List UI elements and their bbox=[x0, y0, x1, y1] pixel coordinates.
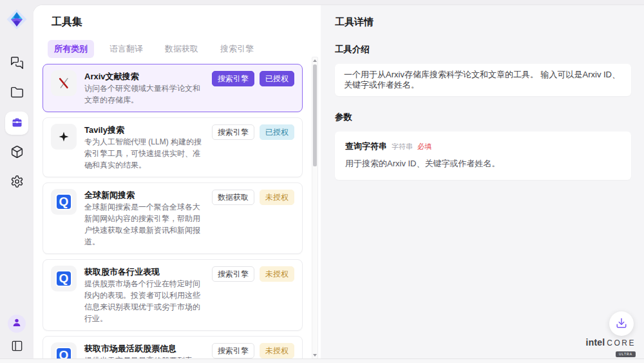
param-name: 查询字符串 bbox=[345, 141, 387, 152]
sidebar-bottom bbox=[8, 315, 26, 355]
toolbox-icon bbox=[10, 115, 24, 131]
tool-description: 提供股票市场各个行业在特定时间段内的表现。投资者可以利用这些信息来识别表现优于或… bbox=[84, 278, 204, 324]
auth-status-badge: 未授权 bbox=[260, 190, 294, 205]
tool-body: Arxiv文献搜索 访问各个研究领域大量科学论文和文章的存储库。 bbox=[84, 70, 204, 106]
intro-heading: 工具介绍 bbox=[335, 44, 631, 55]
tool-list-panel: 工具集 所有类别 语言翻译 数据获取 搜索引擎 Arxiv文献搜索 访问各个研究… bbox=[33, 5, 321, 363]
tool-card[interactable]: Arxiv文献搜索 访问各个研究领域大量科学论文和文章的存储库。 搜索引擎 已授… bbox=[43, 64, 303, 112]
sidebar bbox=[0, 0, 33, 363]
tool-description: 全球新闻搜索是一个聚合全球各大新闻网站内容的搜索引擎，帮助用户快速获取全球最新资… bbox=[84, 201, 204, 248]
intro-card: 一个用于从Arxiv存储库搜索科学论文和文章的工具。 输入可以是Arxiv ID… bbox=[335, 64, 631, 96]
chat-icon bbox=[10, 56, 24, 72]
param-required-badge: 必填 bbox=[417, 142, 431, 152]
sidebar-item-settings[interactable] bbox=[5, 171, 28, 194]
category-badge: 搜索引擎 bbox=[212, 343, 254, 358]
tab-search-engine[interactable]: 搜索引擎 bbox=[214, 40, 260, 58]
category-badge: 搜索引擎 bbox=[212, 71, 254, 86]
intel-core-logo: intel CORE ULTRA bbox=[586, 338, 636, 357]
arxiv-icon bbox=[51, 70, 77, 96]
tool-card[interactable]: Tavily搜索 专为人工智能代理 (LLM) 构建的搜索引擎工具，可快速提供实… bbox=[43, 117, 303, 177]
tool-body: 获取股市各行业表现 提供股票市场各个行业在特定时间段内的表现。投资者可以利用这些… bbox=[84, 266, 204, 324]
tab-all-categories[interactable]: 所有类别 bbox=[48, 40, 94, 58]
category-badge: 搜索引擎 bbox=[212, 266, 254, 282]
tool-badges: 搜索引擎 已授权 bbox=[212, 70, 294, 106]
tool-list: Arxiv文献搜索 访问各个研究领域大量科学论文和文章的存储库。 搜索引擎 已授… bbox=[43, 64, 303, 363]
q-search-icon: Q bbox=[55, 270, 72, 287]
auth-status-badge: 未授权 bbox=[260, 266, 294, 282]
q-search-icon: Q bbox=[51, 189, 77, 215]
settings-icon bbox=[10, 175, 24, 190]
tool-description: 访问各个研究领域大量科学论文和文章的存储库。 bbox=[84, 83, 204, 106]
folder-icon bbox=[10, 86, 24, 101]
scrollbar-down-arrow-icon[interactable] bbox=[312, 352, 317, 358]
tool-badges: 搜索引擎 已授权 bbox=[212, 124, 294, 171]
download-icon bbox=[616, 317, 627, 331]
app-shell: 工具集 所有类别 语言翻译 数据获取 搜索引擎 Arxiv文献搜索 访问各个研究… bbox=[33, 5, 644, 363]
intro-text: 一个用于从Arxiv存储库搜索科学论文和文章的工具。 输入可以是Arxiv ID… bbox=[344, 70, 620, 90]
page-title: 工具集 bbox=[52, 15, 321, 29]
param-head: 查询字符串 字符串 必填 bbox=[345, 141, 621, 152]
tool-badges: 数据获取 未授权 bbox=[212, 189, 294, 248]
sidebar-item-packages[interactable] bbox=[5, 141, 28, 164]
tool-name: Arxiv文献搜索 bbox=[84, 70, 204, 83]
tool-badges: 搜索引擎 未授权 bbox=[212, 266, 294, 324]
window-bottom-edge bbox=[0, 358, 644, 363]
tool-card[interactable]: Q 全球新闻搜索 全球新闻搜索是一个聚合全球各大新闻网站内容的搜索引擎，帮助用户… bbox=[43, 182, 303, 254]
tool-card[interactable]: Q 获取股市各行业表现 提供股票市场各个行业在特定时间段内的表现。投资者可以利用… bbox=[43, 259, 303, 331]
core-wordmark: CORE bbox=[607, 339, 636, 347]
category-tabs: 所有类别 语言翻译 数据获取 搜索引擎 bbox=[48, 40, 321, 58]
download-button[interactable] bbox=[609, 311, 634, 336]
tool-body: 全球新闻搜索 全球新闻搜索是一个聚合全球各大新闻网站内容的搜索引擎，帮助用户快速… bbox=[84, 189, 204, 248]
sidebar-item-chat[interactable] bbox=[5, 52, 28, 75]
tool-name: Tavily搜索 bbox=[84, 124, 204, 136]
package-icon bbox=[10, 145, 24, 161]
param-card: 查询字符串 字符串 必填 用于搜索的Arxiv ID、关键字或作者姓名。 bbox=[335, 132, 631, 180]
app-logo-icon bbox=[5, 7, 29, 32]
sidebar-item-files[interactable] bbox=[5, 82, 28, 105]
tavily-star-icon bbox=[51, 124, 77, 150]
q-search-icon: Q bbox=[51, 266, 77, 291]
tab-language-translation[interactable]: 语言翻译 bbox=[103, 40, 149, 58]
q-search-icon: Q bbox=[55, 193, 72, 210]
sidebar-item-tools[interactable] bbox=[5, 112, 28, 135]
tool-body: Tavily搜索 专为人工智能代理 (LLM) 构建的搜索引擎工具，可快速提供实… bbox=[84, 124, 204, 171]
params-heading: 参数 bbox=[335, 112, 631, 123]
category-badge: 数据获取 bbox=[212, 190, 254, 205]
user-avatar[interactable] bbox=[8, 315, 26, 333]
ultra-badge: ULTRA bbox=[616, 351, 636, 357]
intel-wordmark: intel bbox=[586, 338, 605, 347]
panel-toggle-icon bbox=[11, 340, 23, 354]
scrollbar-thumb[interactable] bbox=[313, 64, 317, 166]
scrollbar[interactable] bbox=[312, 57, 318, 359]
category-badge: 搜索引擎 bbox=[212, 124, 254, 140]
tab-data-acquisition[interactable]: 数据获取 bbox=[158, 40, 205, 58]
auth-status-badge: 未授权 bbox=[260, 343, 294, 358]
panel-toggle-button[interactable] bbox=[8, 338, 25, 355]
tool-description: 专为人工智能代理 (LLM) 构建的搜索引擎工具，可快速提供实时、准确和真实的结… bbox=[84, 136, 204, 171]
auth-status-badge: 已授权 bbox=[260, 71, 294, 86]
tool-name: 获取股市各行业表现 bbox=[84, 266, 204, 278]
user-avatar-icon bbox=[12, 317, 22, 330]
auth-status-badge: 已授权 bbox=[260, 124, 294, 140]
param-description: 用于搜索的Arxiv ID、关键字或作者姓名。 bbox=[345, 158, 621, 170]
sidebar-nav bbox=[5, 52, 28, 194]
tool-name: 全球新闻搜索 bbox=[84, 189, 204, 201]
tool-name: 获取市场最活跃股票信息 bbox=[84, 342, 204, 355]
tool-detail-panel: 工具详情 工具介绍 一个用于从Arxiv存储库搜索科学论文和文章的工具。 输入可… bbox=[321, 5, 644, 363]
param-type: 字符串 bbox=[392, 142, 413, 152]
scrollbar-up-arrow-icon[interactable] bbox=[312, 57, 317, 64]
detail-title: 工具详情 bbox=[335, 16, 631, 28]
